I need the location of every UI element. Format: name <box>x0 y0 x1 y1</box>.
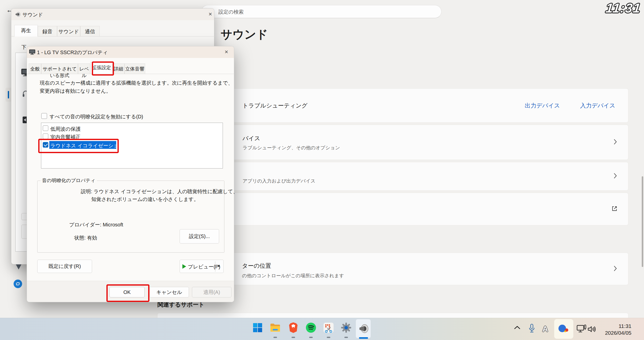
group-legend: 音の明瞭化のプロパティ <box>41 177 97 184</box>
properties-titlebar[interactable]: 1 - LG TV SSCR2のプロパティ × <box>27 46 234 58</box>
close-icon[interactable]: × <box>225 49 228 55</box>
tab-levels[interactable]: レベル <box>78 63 90 74</box>
sync-icon[interactable] <box>14 280 22 288</box>
taskbar-clock[interactable]: 11:31 2026/04/05 <box>599 323 631 336</box>
effect-description-line1: 説明: ラウドネス イコライゼーションは、人の聴覚特性に配慮して、 <box>81 188 238 195</box>
preview-split-button[interactable]: プレビュー(P) ▼ <box>180 260 224 273</box>
ime-mode-indicator[interactable]: A <box>542 325 548 334</box>
page-title: サウンド <box>221 27 268 42</box>
tab-communications[interactable]: 通信 <box>80 26 100 36</box>
effect-settings-button[interactable]: 設定(S)... <box>180 229 219 244</box>
room-correction-label: 室内音響補正 <box>50 134 80 141</box>
sound-devices-subtitle-fragment: ラブルシューティング、その他のオプション <box>243 145 340 151</box>
provider-label: プロバイダー: Microsoft <box>69 221 123 228</box>
room-correction-checkbox[interactable] <box>43 133 48 139</box>
ok-button[interactable]: OK <box>109 287 145 297</box>
desktop-screen: ← 設定の検索 サウンド トラブルシューティング 出力デバイス 入力デバイス バ… <box>0 0 644 340</box>
input-devices-link[interactable]: 入力デバイス <box>580 102 615 110</box>
sound-dialog-titlebar[interactable]: サウンド × <box>11 9 214 20</box>
properties-title: 1 - LG TV SSCR2のプロパティ <box>37 49 108 56</box>
settings-app-button[interactable] <box>339 321 353 335</box>
indicator-title-fragment: ターの位置 <box>242 262 271 270</box>
enhancements-description-line2: 変更内容は有効になりません。 <box>40 88 111 94</box>
search-placeholder: 設定の検索 <box>218 9 244 15</box>
output-devices-link[interactable]: 出力デバイス <box>525 102 560 110</box>
tray-chevron-up-icon[interactable] <box>514 325 521 331</box>
taskbar-date: 2026/04/05 <box>599 329 631 336</box>
indicator-subtitle-fragment: の他のコントロールがこの場所に表示されます <box>242 273 344 279</box>
tray-display-pen-icon[interactable] <box>577 325 587 334</box>
effect-description-line2: 知覚されたボリュームの違いを小さくします。 <box>91 196 199 203</box>
split-divider <box>215 261 215 272</box>
running-indicator <box>327 337 330 338</box>
taskbar-time: 11:31 <box>599 323 631 329</box>
caret-down-icon[interactable]: ▼ <box>217 264 221 268</box>
cancel-button[interactable]: キャンセル <box>149 287 189 297</box>
running-indicator <box>309 337 313 338</box>
tab-spatial-sound[interactable]: 立体音響 <box>125 63 145 74</box>
running-indicator <box>344 337 348 338</box>
tab-playback[interactable]: 再生 <box>14 25 38 37</box>
overlay-clock-widget: 11:31 <box>605 1 641 16</box>
tab-general[interactable]: 全般 <box>29 63 41 74</box>
enhancements-description-line1: 現在のスピーカー構成に適用する拡張機能を選択します。次に再生を開始するまで、 <box>40 80 233 86</box>
loudness-checkbox[interactable] <box>43 142 48 148</box>
chevron-right-icon <box>613 172 618 181</box>
restore-defaults-button[interactable]: 既定に戻す(R) <box>37 260 92 273</box>
settings-scrollbar[interactable] <box>642 176 643 267</box>
gear-icon <box>341 322 351 333</box>
volume-mixer-subtitle-fragment: アプリの入力および出力デバイス <box>243 178 315 184</box>
status-label: 状態: 有効 <box>74 234 97 241</box>
tab-enhancements[interactable]: 拡張設定 <box>90 62 112 74</box>
disable-all-label: すべての音の明瞭化設定を無効にする(D) <box>50 113 143 120</box>
enhancements-list[interactable]: 低周波の保護 室内音響補正 ラウドネス イコライゼーション <box>41 123 223 168</box>
brave-icon <box>289 322 298 333</box>
file-explorer-button[interactable] <box>268 321 282 335</box>
spotify-button[interactable] <box>304 321 318 335</box>
apply-button[interactable]: 適用(A) <box>192 287 231 297</box>
troubleshooting-title-fragment: トラブルシューティング <box>243 102 307 110</box>
playback-instruction-fragment: 下 <box>21 44 26 51</box>
tab-supported-formats[interactable]: サポートされている形式 <box>41 63 78 74</box>
spotify-icon <box>306 322 316 333</box>
low-frequency-checkbox[interactable] <box>43 125 48 131</box>
tv-icon <box>29 49 35 56</box>
loudness-label: ラウドネス イコライゼーション <box>50 142 124 149</box>
preview-label: プレビュー(P) <box>188 263 220 270</box>
taskbar: A 11:31 2026/04/05 <box>0 318 644 340</box>
sound-dialog-title: サウンド <box>22 11 43 18</box>
window-pointer-decoration <box>16 264 22 269</box>
sound-app-icon <box>358 323 369 334</box>
tray-microphone-icon[interactable] <box>528 324 535 334</box>
chevron-right-icon <box>613 138 618 147</box>
assistant-icon-yellow-dot <box>564 330 566 332</box>
tab-recording[interactable]: 録音 <box>38 26 57 36</box>
brave-browser-button[interactable] <box>286 321 300 335</box>
close-icon[interactable]: × <box>209 11 212 17</box>
external-link-icon <box>611 205 618 213</box>
sound-app-active-bg[interactable] <box>356 319 371 338</box>
windows-logo-icon <box>253 323 263 333</box>
low-frequency-label: 低周波の保護 <box>50 126 80 132</box>
speaker-icon <box>15 11 21 18</box>
running-indicator <box>273 337 277 338</box>
tab-sounds[interactable]: サウンド <box>57 26 80 36</box>
settings-search-input[interactable]: 設定の検索 <box>201 5 441 18</box>
disable-all-checkbox[interactable] <box>41 113 47 119</box>
assistant-tray-highlight[interactable] <box>554 319 573 339</box>
start-button[interactable] <box>251 321 265 335</box>
tray-volume-icon[interactable] <box>588 326 597 334</box>
tab-advanced[interactable]: 詳細 <box>112 63 125 74</box>
speaker-properties-dialog: 1 - LG TV SSCR2のプロパティ × 全般 サポートされている形式 レ… <box>27 46 234 302</box>
check-icon <box>44 142 48 146</box>
play-icon <box>182 264 186 269</box>
snipping-tool-button[interactable] <box>321 321 336 335</box>
sound-devices-title-fragment: バイス <box>243 134 260 142</box>
chevron-right-icon <box>613 265 618 273</box>
snipping-tool-icon <box>323 322 334 333</box>
folder-icon <box>270 323 281 332</box>
running-indicator <box>292 337 295 338</box>
nav-selected-indicator <box>8 91 9 98</box>
sound-app-active-pill <box>359 337 368 339</box>
